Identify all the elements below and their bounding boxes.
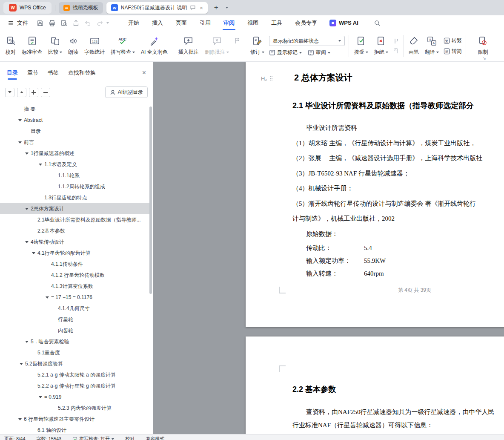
read-aloud-button[interactable]: 朗读 [65, 32, 81, 60]
show-markup-button[interactable]: 显示标记 [269, 49, 302, 56]
collapse-arrow-icon[interactable] [18, 119, 22, 121]
tab-current-document[interactable]: W NAF250行星减速器设计 说明 [106, 2, 208, 14]
sidebar-scrollbar-thumb[interactable] [149, 106, 152, 294]
print-button[interactable] [47, 18, 57, 28]
outline-item[interactable]: 1.3行星齿轮的特点 [0, 192, 149, 203]
ai-recognize-outline-button[interactable]: AI识别目录 [105, 86, 148, 98]
outline-item[interactable]: 目录 [0, 126, 149, 137]
compatibility-mode-badge[interactable]: 兼容模式 [146, 436, 164, 440]
outline-item[interactable]: 4.1.3计算变位系数 [0, 281, 149, 292]
new-tab-button[interactable] [211, 3, 221, 12]
tab-review[interactable]: 审阅 [217, 15, 241, 31]
outline-item[interactable]: 5.2.2 a-g 传动行星轮 g 的强度计算 [0, 380, 149, 391]
tab-home[interactable]: 开始 [122, 15, 146, 31]
tab-page[interactable]: 页面 [169, 15, 193, 31]
tab-member[interactable]: 会员专享 [289, 15, 324, 31]
redo-button[interactable] [94, 18, 105, 28]
close-pane-icon[interactable] [142, 69, 146, 81]
outline-item[interactable]: 4.1.1传动条件 [0, 259, 149, 270]
tab-insert[interactable]: 插入 [146, 15, 169, 31]
promote-button[interactable] [29, 88, 38, 97]
collapse-arrow-icon[interactable] [25, 208, 29, 210]
demote-button[interactable] [41, 88, 50, 97]
search-button[interactable] [374, 20, 381, 27]
tab-references[interactable]: 引用 [193, 15, 217, 31]
delete-comment-button[interactable]: 删除批注 [202, 32, 232, 60]
undo-button[interactable] [83, 18, 93, 28]
next-change-icon[interactable] [393, 48, 399, 54]
outline-item[interactable]: 2.2基本参数 [0, 225, 149, 236]
app-menu-button[interactable]: W WPS Office [3, 2, 52, 14]
save-button[interactable] [35, 18, 46, 28]
expand-all-button[interactable] [17, 88, 26, 97]
outline-item-selected[interactable]: 2总体方案设计 [0, 203, 149, 214]
tab-docer-templates[interactable]: 找稻壳模板 [59, 2, 103, 14]
outline-item[interactable]: 4.1行星齿轮的配齿计算 [0, 247, 149, 259]
tab-view[interactable]: 视图 [241, 15, 265, 31]
drag-handle-icon[interactable] [270, 76, 273, 81]
print-preview-button[interactable] [59, 18, 69, 28]
outline-item[interactable]: 4.1.4几何尺寸 [0, 303, 149, 314]
outline-item[interactable]: 1.1术语及定义 [0, 159, 149, 170]
resolve-comment-button[interactable] [232, 35, 243, 46]
collapse-arrow-icon[interactable] [32, 252, 35, 254]
outline-item[interactable]: 5．啮合要素检验 [0, 336, 149, 347]
collapse-arrow-icon[interactable] [39, 396, 42, 398]
document-page-5[interactable]: 2.2 基本参数 查资料，由NAF250行星减速器知其为一级行星减速器，由中华人… [246, 336, 504, 434]
collapse-arrow-icon[interactable] [18, 141, 22, 144]
outline-item[interactable]: 1.1.1轮系 [0, 170, 149, 181]
word-count-button[interactable]: 123 字数统计 [81, 32, 108, 60]
outline-item[interactable]: 摘 要 [0, 104, 149, 115]
insert-comment-button[interactable]: 插入批注 [175, 32, 202, 60]
tab-list-chevron-icon[interactable] [226, 7, 228, 9]
ribbon-expand-icon[interactable] [483, 56, 486, 60]
tab-tools[interactable]: 工具 [265, 15, 289, 31]
outline-item[interactable]: 1行星减速器的概述 [0, 148, 149, 159]
tab-find-replace[interactable]: 查找和替换 [68, 69, 96, 81]
display-state-dropdown[interactable]: 显示标记的最终状态 [269, 36, 345, 46]
close-tab-icon[interactable] [200, 5, 203, 11]
collapse-arrow-icon[interactable] [46, 296, 49, 299]
reject-button[interactable]: 拒绝 [371, 32, 391, 60]
track-changes-button[interactable]: 修订 [247, 32, 267, 60]
outline-item[interactable]: = 0.919 [0, 391, 149, 403]
outline-item[interactable]: 4.1.2 行星齿轮传动模数 [0, 270, 149, 281]
collapse-arrow-icon[interactable] [39, 164, 42, 166]
outline-item[interactable]: 行星轮 [0, 314, 149, 325]
word-count-indicator[interactable]: 字数: 15543 [37, 436, 62, 440]
outline-item[interactable]: 内齿轮 [0, 325, 149, 336]
outline-item[interactable]: 5.1重合度 [0, 347, 149, 358]
outline-item[interactable]: 5.2.1 a-g 传动太阳轮 a 的强度计算 [0, 369, 149, 380]
collapse-arrow-icon[interactable] [18, 418, 22, 420]
proofread-button[interactable]: 校对 [3, 32, 19, 60]
outline-item[interactable]: 6.1 轴的设计 [0, 425, 149, 434]
collapse-arrow-icon[interactable] [25, 152, 29, 155]
pen-button[interactable]: 画笔 [406, 32, 422, 60]
translate-button[interactable]: 文A 翻译 [422, 32, 442, 60]
tab-wps-ai[interactable]: WPS AI [324, 15, 364, 31]
outline-item[interactable]: 5.2.3 内齿轮的强度计算 [0, 403, 149, 414]
collapse-all-button[interactable] [5, 88, 14, 97]
standard-review-button[interactable]: 标准审查 [19, 32, 45, 60]
document-page-4[interactable]: H₂ 2 总体方案设计 2.1 毕业设计所需资料及原始数据（指导教师选定部分 毕… [246, 62, 504, 327]
tab-outline[interactable]: 目录 [7, 69, 18, 81]
collapse-arrow-icon[interactable] [25, 241, 29, 243]
redo-chevron-icon[interactable] [106, 22, 109, 24]
review-pane-button[interactable]: 审阅 [308, 49, 330, 56]
compare-button[interactable]: 比较 [45, 32, 65, 60]
outline-item[interactable]: 4齿轮传动设计 [0, 236, 149, 247]
spellcheck-toggle[interactable]: 拼写检查: 打开 [72, 436, 114, 440]
heading-level-handle[interactable]: H₂ [261, 75, 273, 82]
collapse-arrow-icon[interactable] [20, 363, 23, 365]
file-menu-button[interactable]: 文件 [5, 19, 31, 27]
spell-check-button[interactable]: ABC 拼写检查 [108, 32, 138, 60]
outline-item[interactable]: 5.2齿根强度验算 [0, 358, 149, 369]
outline-item[interactable]: = 17 −15 = 0.1176 [0, 292, 149, 303]
outline-item[interactable]: 前言 [0, 137, 149, 148]
accept-button[interactable]: 接受 [351, 32, 371, 60]
collapse-arrow-icon[interactable] [25, 341, 29, 343]
outline-item[interactable]: 1.1.2周转轮系的组成 [0, 181, 149, 192]
outline-item[interactable]: Abstract [0, 115, 149, 126]
tab-bookmarks[interactable]: 书签 [48, 69, 59, 81]
previous-change-icon[interactable] [393, 38, 399, 44]
